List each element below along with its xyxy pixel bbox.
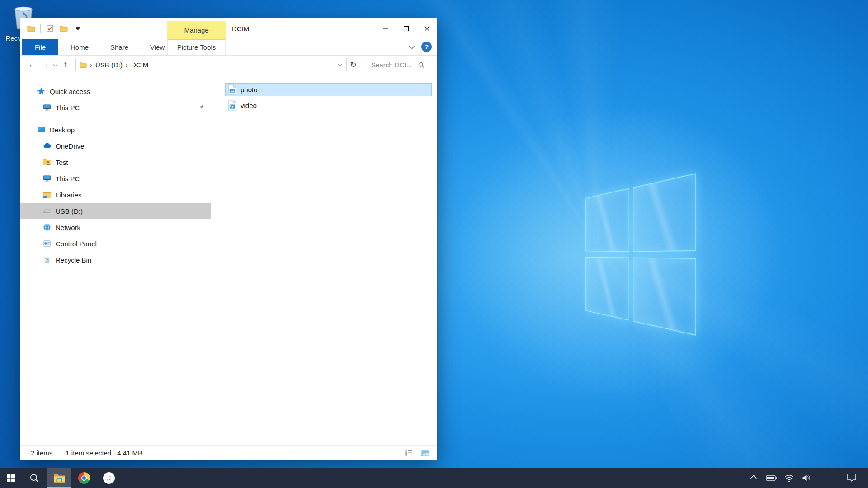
collapse-ribbon-icon[interactable] — [409, 42, 415, 49]
title-bar: Manage DCIM — [20, 18, 437, 39]
search-task-icon — [29, 473, 39, 483]
taskbar-apps: ♫ — [0, 468, 121, 488]
explorer-body: Quick accessThis PCDesktopOneDriveTestTh… — [20, 74, 437, 445]
tray-show-hidden-icons[interactable] — [746, 468, 761, 488]
itunes-icon: ♫ — [103, 472, 115, 484]
onedrive-icon — [42, 141, 52, 150]
item-count: 2 items — [31, 449, 52, 457]
wifi-icon — [784, 474, 794, 482]
quick-access-icon — [37, 87, 46, 96]
status-bar: 2 items 1 item selected 4.41 MB — [20, 445, 437, 460]
sidebar-item-label: USB (D:) — [56, 207, 83, 215]
sidebar-item-network[interactable]: Network — [20, 219, 211, 235]
sidebar-item-label: Control Panel — [56, 240, 97, 248]
file-name: photo — [241, 86, 258, 94]
sidebar-item-onedrive[interactable]: OneDrive — [20, 138, 211, 154]
navigation-bar: ← → ↑ ›USB (D:)›DCIM ↻ Search DCI... — [20, 56, 437, 74]
new-folder-icon[interactable] — [59, 23, 69, 33]
tab-home[interactable]: Home — [61, 39, 98, 55]
image-file-icon — [228, 84, 236, 95]
sidebar-item-label: Recycle Bin — [56, 256, 91, 264]
explorer-window-icon[interactable] — [26, 23, 36, 33]
control-panel-icon — [42, 239, 52, 248]
sidebar-item-this-pc[interactable]: This PC — [20, 99, 211, 116]
sidebar-item-test[interactable]: Test — [20, 154, 211, 170]
sidebar-item-libraries[interactable]: Libraries — [20, 187, 211, 203]
properties-icon[interactable] — [45, 23, 55, 33]
sidebar-item-usb-d[interactable]: USB (D:) — [20, 203, 211, 219]
sidebar-item-label: This PC — [56, 175, 80, 183]
help-button[interactable]: ? — [421, 42, 432, 52]
sidebar-item-label: Libraries — [56, 191, 82, 199]
search-box[interactable]: Search DCI... — [368, 58, 428, 71]
volume-icon — [802, 474, 811, 482]
large-icons-view-button[interactable] — [419, 448, 431, 458]
sidebar-item-label: Desktop — [50, 126, 75, 134]
taskbar-file-explorer-button[interactable] — [47, 468, 71, 488]
video-file-icon — [228, 100, 236, 111]
pin-icon — [198, 104, 204, 111]
start-button[interactable] — [0, 468, 22, 488]
address-bar[interactable]: ›USB (D:)›DCIM — [75, 58, 347, 71]
back-button[interactable]: ← — [26, 58, 38, 71]
search-placeholder: Search DCI... — [371, 61, 418, 69]
window-title: DCIM — [232, 18, 249, 39]
sidebar-item-quick-access[interactable]: Quick access — [20, 83, 211, 99]
minimize-icon — [382, 26, 388, 32]
user-folder-icon — [42, 158, 52, 167]
explorer-icon — [53, 473, 65, 483]
windows-logo-pane — [633, 173, 696, 252]
tray-battery-icon[interactable] — [764, 468, 778, 488]
breadcrumb-item-usb-d[interactable]: USB (D:) — [95, 61, 123, 69]
selection-size: 4.41 MB — [117, 449, 142, 457]
toolbar-separator — [87, 24, 87, 33]
ribbon-tabs: FileHomeShareViewPicture Tools ? — [20, 39, 437, 56]
file-explorer-window: Manage DCIM FileHomeShareViewPicture Too… — [20, 18, 437, 460]
sidebar-item-label: Test — [56, 159, 68, 166]
address-folder-icon — [80, 62, 87, 68]
refresh-button[interactable]: ↻ — [347, 58, 360, 71]
file-item-video[interactable]: video — [225, 99, 432, 112]
tray-wifi-icon[interactable] — [782, 468, 796, 488]
start-icon — [7, 474, 15, 482]
taskbar-search-button[interactable] — [22, 468, 47, 488]
network-icon — [42, 223, 52, 232]
windows-logo-pane — [585, 257, 629, 320]
taskbar: ♫ — [0, 468, 868, 488]
customize-quick-access-icon[interactable] — [73, 23, 83, 33]
desktop-icon — [37, 125, 46, 134]
address-dropdown-icon[interactable] — [334, 64, 346, 66]
taskbar-itunes-button[interactable]: ♫ — [96, 468, 121, 488]
close-icon — [424, 26, 430, 32]
up-button[interactable]: ↑ — [59, 58, 72, 71]
sidebar-item-desktop[interactable]: Desktop — [20, 122, 211, 138]
minimize-button[interactable] — [375, 18, 396, 39]
tray-volume-icon[interactable] — [799, 468, 814, 488]
tab-file[interactable]: File — [22, 39, 58, 55]
sidebar-item-label: OneDrive — [56, 142, 84, 150]
maximize-button[interactable] — [396, 18, 416, 39]
action-center-icon — [846, 473, 857, 483]
battery-icon — [766, 474, 777, 483]
sidebar-item-recycle-bin[interactable]: Recycle Bin — [20, 252, 211, 268]
tab-picture-tools[interactable]: Picture Tools — [167, 39, 226, 55]
chevron-up-icon — [751, 476, 756, 480]
forward-button[interactable]: → — [38, 58, 51, 71]
details-view-button[interactable] — [403, 448, 415, 458]
caption-buttons — [375, 18, 437, 39]
file-item-photo[interactable]: photo — [225, 83, 432, 96]
tab-share[interactable]: Share — [101, 39, 138, 55]
taskbar-chrome-button[interactable] — [71, 468, 96, 488]
sidebar-item-control-panel[interactable]: Control Panel — [20, 235, 211, 252]
this-pc-icon — [42, 174, 52, 183]
breadcrumb-item-dcim[interactable]: DCIM — [131, 61, 148, 69]
ribbon-right-controls: ? — [410, 39, 437, 55]
manage-contextual-group[interactable]: Manage — [167, 21, 226, 39]
file-list: photovideo — [211, 74, 437, 445]
search-icon[interactable] — [418, 61, 425, 68]
close-button[interactable] — [416, 18, 437, 39]
action-center-button[interactable] — [842, 468, 862, 488]
navigation-pane: Quick accessThis PCDesktopOneDriveTestTh… — [20, 74, 211, 445]
recent-locations-icon[interactable] — [51, 58, 59, 71]
sidebar-item-this-pc[interactable]: This PC — [20, 170, 211, 187]
